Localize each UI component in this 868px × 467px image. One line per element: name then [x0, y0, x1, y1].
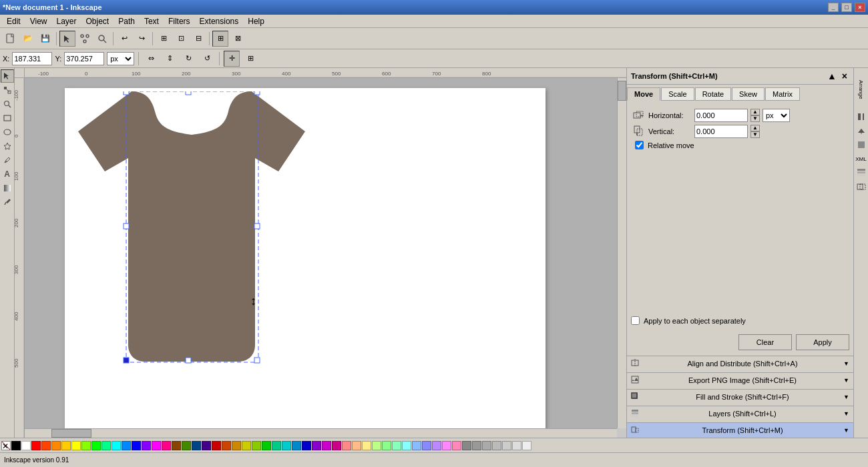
menu-path[interactable]: Path	[114, 15, 139, 27]
palette-color[interactable]	[422, 441, 431, 450]
redo-button[interactable]: ↪	[134, 31, 150, 47]
rotate-ccw-button[interactable]: ↺	[199, 51, 215, 67]
palette-color[interactable]	[362, 441, 371, 450]
tab-scale[interactable]: Scale	[661, 87, 694, 101]
palette-color[interactable]	[172, 441, 181, 450]
palette-color[interactable]	[442, 441, 451, 450]
clear-button[interactable]: Clear	[738, 334, 792, 350]
flip-h-button[interactable]: ⇔	[143, 51, 159, 67]
zoom-tool[interactable]	[1, 97, 14, 111]
menu-layer[interactable]: Layer	[52, 15, 80, 27]
palette-color[interactable]	[312, 441, 321, 450]
vertical-down[interactable]: ▼	[750, 131, 760, 138]
menu-filters[interactable]: Filters	[164, 15, 194, 27]
relative-move-checkbox[interactable]	[635, 141, 644, 149]
save-button[interactable]: 💾	[37, 31, 53, 47]
node-tool-button[interactable]	[77, 31, 93, 47]
palette-color[interactable]	[282, 441, 291, 450]
palette-color[interactable]	[522, 441, 531, 450]
palette-color[interactable]	[202, 441, 211, 450]
tshirt-area[interactable]: ↕	[78, 91, 305, 374]
transform-far-button[interactable]	[855, 180, 868, 193]
arrange-button[interactable]: Arrange	[855, 69, 868, 109]
palette-color[interactable]	[512, 441, 521, 450]
menu-object[interactable]: Object	[82, 15, 114, 27]
palette-color[interactable]	[412, 441, 421, 450]
fill-far-button[interactable]	[855, 138, 868, 151]
palette-color[interactable]	[302, 441, 311, 450]
palette-color[interactable]	[81, 441, 91, 450]
palette-color[interactable]	[392, 441, 401, 450]
horizontal-unit[interactable]: pxmmcmin	[763, 109, 790, 122]
palette-color[interactable]	[112, 441, 121, 450]
palette-color[interactable]	[462, 441, 471, 450]
horizontal-up[interactable]: ▲	[750, 109, 760, 115]
snap-button[interactable]: ⊞	[156, 31, 172, 47]
y-input[interactable]	[64, 52, 104, 65]
palette-color[interactable]	[71, 441, 81, 450]
horizontal-down[interactable]: ▼	[750, 115, 760, 122]
palette-color[interactable]	[502, 441, 511, 450]
palette-color[interactable]	[332, 441, 341, 450]
palette-color[interactable]	[91, 441, 101, 450]
snap-on-button[interactable]: ✛	[224, 51, 240, 67]
flip-v-button[interactable]: ⇕	[162, 51, 178, 67]
tab-move[interactable]: Move	[627, 87, 660, 101]
palette-color[interactable]	[222, 441, 231, 450]
close-button[interactable]: ×	[855, 3, 865, 12]
menu-extensions[interactable]: Extensions	[196, 15, 243, 27]
palette-color[interactable]	[132, 441, 141, 450]
palette-color[interactable]	[11, 441, 21, 450]
palette-color[interactable]	[482, 441, 491, 450]
palette-color[interactable]	[492, 441, 501, 450]
palette-color[interactable]	[192, 441, 201, 450]
tab-rotate[interactable]: Rotate	[695, 87, 731, 101]
zoom-tool-button[interactable]	[94, 31, 110, 47]
align-distribute-header[interactable]: Align and Distribute (Shift+Ctrl+A) ▼	[627, 356, 853, 371]
xml-button[interactable]: XML	[855, 152, 868, 165]
menu-view[interactable]: View	[26, 15, 51, 27]
snap2-button[interactable]: ⊡	[173, 31, 189, 47]
palette-color[interactable]	[372, 441, 381, 450]
canvas[interactable]: ↕	[25, 78, 617, 428]
palette-color[interactable]	[21, 441, 31, 450]
palette-color[interactable]	[272, 441, 281, 450]
palette-color[interactable]	[322, 441, 331, 450]
pencil-tool[interactable]	[1, 153, 14, 167]
palette-color[interactable]	[352, 441, 361, 450]
palette-color[interactable]	[472, 441, 481, 450]
palette-color[interactable]	[452, 441, 461, 450]
canvas-container[interactable]: -100 0 100 200 300 400 500 600 700 800 -…	[15, 68, 626, 438]
palette-color[interactable]	[31, 441, 41, 450]
star-tool[interactable]	[1, 139, 14, 153]
palette-color[interactable]	[432, 441, 441, 450]
minimize-button[interactable]: _	[828, 3, 839, 12]
vertical-input[interactable]	[694, 125, 748, 138]
new-button[interactable]	[3, 31, 19, 47]
palette-color[interactable]	[402, 441, 411, 450]
select-tool-button[interactable]	[59, 31, 75, 47]
maximize-button[interactable]: □	[841, 3, 852, 12]
transform-toggle-button[interactable]: ⊞	[212, 31, 228, 47]
palette-color[interactable]	[122, 441, 131, 450]
layers-header[interactable]: Layers (Shift+Ctrl+L) ▼	[627, 406, 853, 421]
menu-edit[interactable]: Edit	[3, 15, 25, 27]
export-far-button[interactable]	[855, 124, 868, 137]
rectangle-tool[interactable]	[1, 111, 14, 125]
palette-color[interactable]	[152, 441, 161, 450]
select-tool[interactable]	[1, 69, 14, 83]
horizontal-scrollbar[interactable]	[25, 428, 617, 438]
horizontal-input[interactable]	[694, 109, 748, 122]
ellipse-tool[interactable]	[1, 125, 14, 139]
apply-each-checkbox[interactable]	[631, 316, 640, 325]
palette-color[interactable]	[41, 441, 51, 450]
palette-color[interactable]	[51, 441, 61, 450]
tab-matrix[interactable]: Matrix	[765, 87, 800, 101]
menu-text[interactable]: Text	[140, 15, 163, 27]
node-edit-tool[interactable]	[1, 83, 14, 97]
palette-color[interactable]	[342, 441, 351, 450]
palette-color[interactable]	[142, 441, 151, 450]
palette-color[interactable]	[232, 441, 241, 450]
transform-panel-close[interactable]: ×	[840, 71, 849, 81]
transform-sub-header[interactable]: Transform (Shift+Ctrl+M) ▼	[627, 423, 853, 438]
